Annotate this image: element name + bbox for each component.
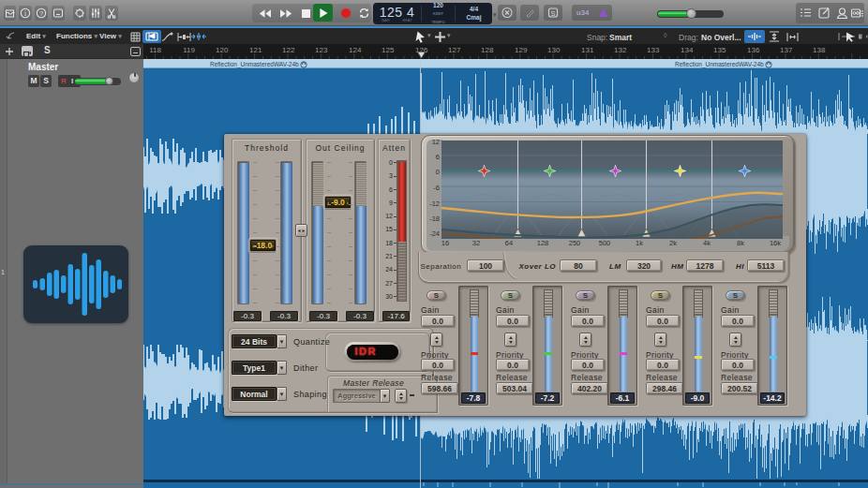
svg-text:S: S (550, 9, 555, 18)
svg-text:?: ? (39, 9, 43, 18)
svg-text:i: i (24, 9, 26, 18)
